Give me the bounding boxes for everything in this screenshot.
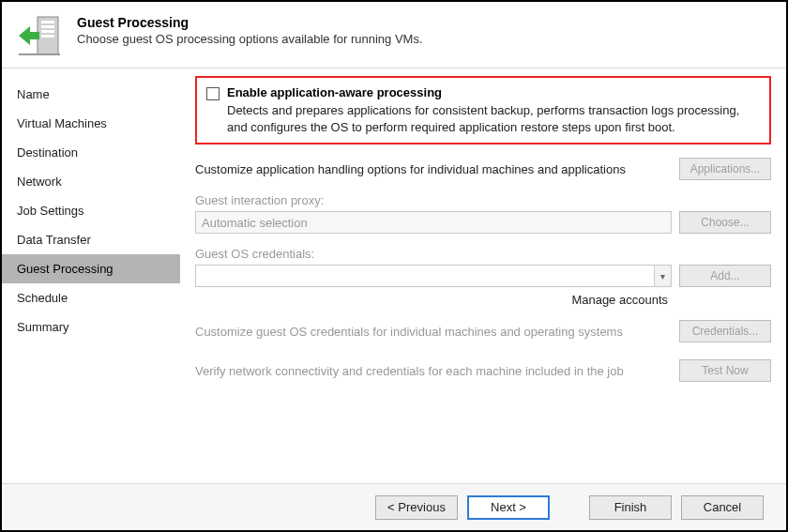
guest-creds-combo[interactable]: ▾ xyxy=(195,265,672,287)
customize-app-text: Customize application handling options f… xyxy=(195,162,672,176)
cancel-button[interactable]: Cancel xyxy=(681,495,764,520)
sidebar-item-network[interactable]: Network xyxy=(2,167,180,196)
sidebar-item-data-transfer[interactable]: Data Transfer xyxy=(2,225,180,254)
chevron-down-icon: ▾ xyxy=(654,266,671,286)
sidebar-item-job-settings[interactable]: Job Settings xyxy=(2,196,180,225)
main-panel: Enable application-aware processing Dete… xyxy=(180,68,786,484)
svg-rect-4 xyxy=(41,35,54,38)
choose-button[interactable]: Choose... xyxy=(679,211,771,234)
svg-marker-5 xyxy=(19,26,39,45)
add-button[interactable]: Add... xyxy=(679,265,771,287)
next-button[interactable]: Next > xyxy=(467,495,550,520)
sidebar-item-summary[interactable]: Summary xyxy=(2,312,180,342)
enable-app-aware-label: Enable application-aware processing xyxy=(227,85,442,99)
verify-text: Verify network connectivity and credenti… xyxy=(195,364,672,378)
wizard-footer: < Previous Next > Finish Cancel xyxy=(2,483,786,530)
customize-creds-text: Customize guest OS credentials for indiv… xyxy=(195,325,672,339)
sidebar-item-schedule[interactable]: Schedule xyxy=(2,283,180,312)
manage-accounts-link[interactable]: Manage accounts xyxy=(195,293,771,307)
enable-app-aware-checkbox[interactable] xyxy=(206,87,220,100)
svg-rect-3 xyxy=(41,30,54,33)
sidebar-item-name[interactable]: Name xyxy=(2,80,180,109)
wizard-header: Guest Processing Choose guest OS process… xyxy=(2,2,786,68)
applications-button[interactable]: Applications... xyxy=(679,158,771,180)
svg-rect-2 xyxy=(41,25,54,28)
sidebar-item-destination[interactable]: Destination xyxy=(2,138,180,167)
wizard-steps: Name Virtual Machines Destination Networ… xyxy=(2,68,180,484)
page-subtitle: Choose guest OS processing options avail… xyxy=(77,32,771,46)
enable-app-aware-description: Detects and prepares applications for co… xyxy=(227,102,760,135)
svg-rect-1 xyxy=(41,21,54,23)
wizard-icon xyxy=(17,13,62,58)
guest-proxy-label: Guest interaction proxy: xyxy=(195,193,771,207)
guest-creds-label: Guest OS credentials: xyxy=(195,247,771,261)
guest-proxy-input[interactable] xyxy=(195,211,672,234)
wizard-body: Name Virtual Machines Destination Networ… xyxy=(2,68,786,484)
page-title: Guest Processing xyxy=(77,15,771,30)
sidebar-item-guest-processing[interactable]: Guest Processing xyxy=(2,254,180,283)
sidebar-item-virtual-machines[interactable]: Virtual Machines xyxy=(2,109,180,138)
previous-button[interactable]: < Previous xyxy=(375,495,458,520)
finish-button[interactable]: Finish xyxy=(589,495,672,520)
enable-app-aware-highlight: Enable application-aware processing Dete… xyxy=(195,76,771,144)
test-now-button[interactable]: Test Now xyxy=(679,359,771,382)
credentials-button[interactable]: Credentials... xyxy=(679,320,771,342)
